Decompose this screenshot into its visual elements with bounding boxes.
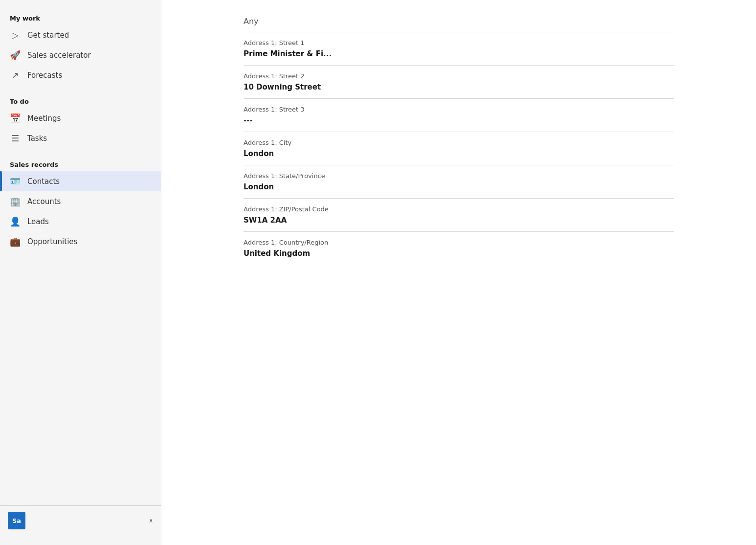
sidebar-item-accounts[interactable]: 🏢Accounts — [0, 191, 161, 211]
field-label: Address 1: State/Province — [244, 172, 674, 180]
sidebar-label-accounts: Accounts — [27, 197, 61, 206]
sales-accelerator-icon: 🚀 — [10, 50, 21, 60]
form-field: Address 1: Country/RegionUnited Kingdom — [244, 232, 674, 265]
form-field: Address 1: Street 1Prime Minister & Fi..… — [244, 32, 674, 66]
sidebar-section-header-to-do: To do — [0, 93, 161, 108]
sidebar-item-forecasts[interactable]: ↗Forecasts — [0, 65, 161, 85]
meetings-icon: 📅 — [10, 113, 21, 123]
field-value: London — [244, 182, 674, 191]
sidebar-label-sales-accelerator: Sales accelerator — [27, 51, 91, 60]
form-field: Address 1: State/ProvinceLondon — [244, 165, 674, 199]
sidebar-label-leads: Leads — [27, 217, 49, 226]
accounts-icon: 🏢 — [10, 196, 21, 206]
form-field: Address 1: Street 3--- — [244, 99, 674, 132]
get-started-icon: ▷ — [10, 30, 21, 40]
leads-icon: 👤 — [10, 216, 21, 227]
avatar: Sa — [8, 512, 25, 529]
sidebar-section-header-my-work: My work — [0, 10, 161, 25]
sidebar-bottom[interactable]: Sa ∧ — [0, 505, 161, 535]
sidebar-item-contacts[interactable]: 🪪Contacts — [0, 171, 161, 191]
sidebar-section-header-sales-records: Sales records — [0, 156, 161, 171]
main-content: Any Address 1: Street 1Prime Minister & … — [161, 0, 756, 545]
sidebar-label-get-started: Get started — [27, 31, 69, 40]
field-label: Address 1: City — [244, 139, 674, 146]
forecasts-icon: ↗ — [10, 70, 21, 80]
field-value: SW1A 2AA — [244, 216, 674, 225]
field-value: Prime Minister & Fi... — [244, 49, 674, 58]
sidebar-label-contacts: Contacts — [27, 177, 60, 186]
sidebar-label-meetings: Meetings — [27, 114, 61, 123]
field-label: Address 1: Street 1 — [244, 39, 674, 46]
contacts-icon: 🪪 — [10, 176, 21, 186]
sidebar-item-sales-accelerator[interactable]: 🚀Sales accelerator — [0, 45, 161, 65]
field-label: Address 1: Street 2 — [244, 72, 674, 80]
form-container: Any Address 1: Street 1Prime Minister & … — [224, 0, 693, 284]
field-value: London — [244, 149, 674, 158]
form-field: Address 1: Street 210 Downing Street — [244, 66, 674, 99]
field-label: Address 1: ZIP/Postal Code — [244, 205, 674, 213]
field-label: Address 1: Country/Region — [244, 239, 674, 246]
form-field: Address 1: CityLondon — [244, 132, 674, 165]
tasks-icon: ☰ — [10, 133, 21, 143]
sidebar: My work▷Get started🚀Sales accelerator↗Fo… — [0, 0, 161, 545]
sidebar-item-tasks[interactable]: ☰Tasks — [0, 128, 161, 148]
field-value: 10 Downing Street — [244, 83, 674, 91]
sidebar-label-forecasts: Forecasts — [27, 71, 62, 80]
sidebar-item-get-started[interactable]: ▷Get started — [0, 25, 161, 45]
form-field: Address 1: ZIP/Postal CodeSW1A 2AA — [244, 199, 674, 232]
sidebar-item-opportunities[interactable]: 💼Opportunities — [0, 231, 161, 251]
sidebar-chevron-icon[interactable]: ∧ — [149, 517, 153, 524]
sidebar-label-tasks: Tasks — [27, 134, 47, 143]
any-row: Any — [244, 10, 674, 32]
field-label: Address 1: Street 3 — [244, 106, 674, 113]
field-value: --- — [244, 116, 674, 125]
field-value: United Kingdom — [244, 249, 674, 258]
opportunities-icon: 💼 — [10, 236, 21, 247]
sidebar-item-leads[interactable]: 👤Leads — [0, 211, 161, 231]
sidebar-label-opportunities: Opportunities — [27, 237, 77, 246]
sidebar-item-meetings[interactable]: 📅Meetings — [0, 108, 161, 128]
